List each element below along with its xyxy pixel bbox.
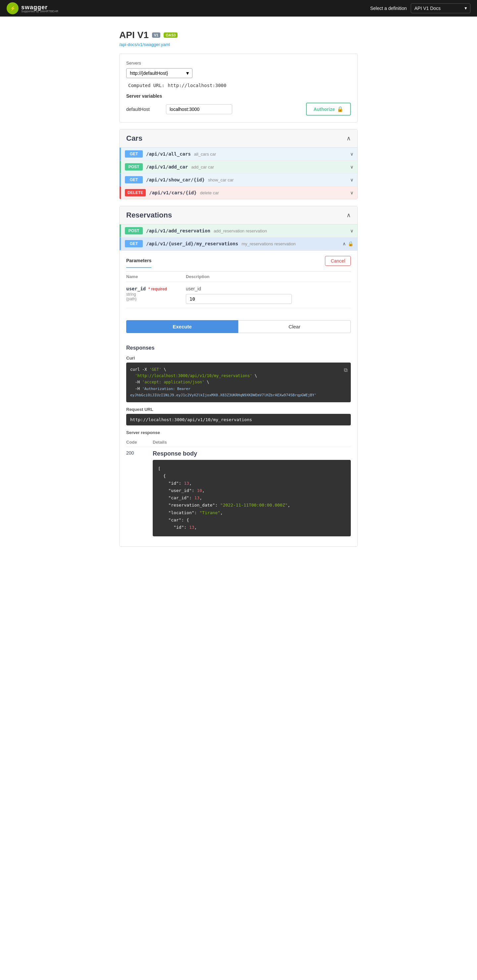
action-buttons: Execute Clear (126, 320, 351, 333)
json-user-id-key: "user_id": 10, (158, 488, 205, 493)
cars-chevron-icon: ∧ (346, 135, 351, 142)
json-location-key: "location": "Tirane", (158, 510, 223, 515)
select-definition-label: Select a definition (370, 6, 407, 11)
response-code-200: 200 (126, 450, 153, 455)
endpoint-get-all-cars[interactable]: GET /api/v1/all_cars all_cars car ∨ (120, 148, 357, 161)
computed-url-row: Computed URL: http://localhost:3000 (126, 83, 351, 88)
param-in: (path) (126, 297, 186, 301)
panel-tabs: Parameters (126, 254, 325, 268)
method-badge-post-addcar: POST (125, 163, 143, 170)
col-header-description: Description (186, 274, 351, 279)
endpoint-desc-all-cars: all_cars car (194, 152, 216, 157)
request-url-label: Request URL (126, 407, 351, 412)
endpoint-get-my-reservations[interactable]: GET /api/v1/{user_id}/my_reservations my… (120, 237, 357, 250)
endpoint-post-add-reservation[interactable]: POST /api/v1/add_reservation add_reserva… (120, 224, 357, 237)
curl-url-line: 'http://localhost:3000/api/v1/10/my_rese… (130, 374, 257, 378)
execute-button[interactable]: Execute (126, 320, 238, 333)
reservations-section: Reservations ∧ POST /api/v1/add_reservat… (119, 206, 358, 547)
reservations-section-header[interactable]: Reservations ∧ (120, 206, 357, 224)
endpoint-path-all-cars: /api/v1/all_cars (146, 151, 191, 157)
api-swagger-link[interactable]: /api-docs/v1/swagger.yaml (119, 42, 170, 47)
endpoint-chevron-delete-car: ∨ (350, 190, 353, 195)
main-content: API V1 V1 OAS3 /api-docs/v1/swagger.yaml… (109, 17, 368, 553)
server-select-wrapper[interactable]: http://{defaultHost} ▼ (126, 68, 193, 78)
response-table-header: Code Details (126, 438, 351, 447)
param-required-badge: * required (148, 287, 167, 291)
responses-title: Responses (126, 345, 351, 351)
copy-curl-icon[interactable]: ⧉ (344, 366, 348, 374)
server-var-row: defaultHost Authorize 🔒 (126, 103, 351, 116)
cars-section-title: Cars (126, 134, 142, 143)
authorize-button[interactable]: Authorize 🔒 (306, 103, 351, 116)
request-url-value: http://localhost:3000/api/v1/10/my_reser… (126, 414, 351, 425)
logo-text-block: swagger Supported by SMARTBEAR (21, 4, 58, 13)
header: ⚡ swagger Supported by SMARTBEAR Select … (0, 0, 477, 17)
endpoint-path-show-car: /api/v1/show_car/{id} (146, 177, 205, 183)
lock-icon: 🔒 (337, 106, 343, 112)
response-body-box: [ { "id": 13, "user_id": 10, "car_id": 1… (153, 460, 351, 536)
response-row-200: 200 Response body [ { "id": 13, "user_id… (126, 447, 351, 540)
json-reservation-date-key: "reservation_date": "2022-11-11T00:00:00… (158, 503, 290, 508)
clear-button[interactable]: Clear (238, 320, 351, 333)
api-title-row: API V1 V1 OAS3 (119, 30, 358, 40)
curl-header-accept: -H 'accept: application/json' \ (130, 380, 209, 384)
logo-letter: ⚡ (10, 6, 16, 11)
endpoint-chevron-show-car: ∨ (350, 177, 353, 183)
curl-header-auth: -H 'Authorization: Bearer eyJhbGciOiJIUz… (130, 387, 317, 397)
endpoint-chevron-add-car: ∨ (350, 164, 353, 170)
api-title-section: API V1 V1 OAS3 /api-docs/v1/swagger.yaml (119, 30, 358, 47)
lock-closed-icon: 🔒 (348, 241, 353, 246)
method-badge-get: GET (125, 150, 143, 158)
response-body-label: Response body (153, 450, 351, 457)
badge-oas3: OAS3 (164, 32, 177, 38)
endpoint-delete-car[interactable]: DELETE /api/v1/cars/{id} delete car ∨ (120, 186, 357, 199)
json-open-brace: { (158, 473, 166, 479)
json-car-id-nested: "id": 13, (158, 525, 197, 530)
endpoint-chevron-my-reservations: ∧ 🔒 (343, 241, 353, 246)
response-details: Response body [ { "id": 13, "user_id": 1… (153, 450, 351, 536)
logo: ⚡ swagger Supported by SMARTBEAR (6, 2, 58, 14)
param-row-user-id: user_id * required string (path) user_id (126, 282, 351, 308)
definition-select-wrapper[interactable]: API V1 Docs ▼ (411, 3, 471, 13)
param-name: user_id (126, 286, 146, 291)
responses-section: Responses Curl curl -X 'GET' \ 'http://l… (120, 338, 357, 546)
servers-section: Servers http://{defaultHost} ▼ Computed … (119, 54, 358, 123)
expanded-panel-my-reservations: Parameters Cancel Name Description user_… (120, 250, 357, 546)
resp-col-details: Details (153, 440, 351, 445)
request-url-section: Request URL http://localhost:3000/api/v1… (126, 407, 351, 425)
endpoint-path-add-reservation: /api/v1/add_reservation (146, 228, 211, 234)
method-badge-get-showcar: GET (125, 176, 143, 183)
json-id-key: "id": 13, (158, 481, 192, 486)
definition-select[interactable]: API V1 Docs (411, 3, 471, 13)
method-badge-post-reservation: POST (125, 227, 143, 234)
cancel-button[interactable]: Cancel (325, 256, 351, 266)
reservations-section-title: Reservations (126, 211, 172, 220)
endpoint-desc-add-reservation: add_reservation reservation (214, 228, 267, 234)
param-value-input[interactable] (186, 294, 292, 304)
endpoint-path-add-car: /api/v1/add_car (146, 164, 188, 170)
curl-box: curl -X 'GET' \ 'http://localhost:3000/a… (126, 363, 351, 402)
endpoint-desc-add-car: add_car car (191, 165, 214, 170)
computed-url-label: Computed URL: (128, 83, 164, 88)
authorize-label: Authorize (313, 107, 335, 112)
var-input-defaulthost[interactable] (166, 104, 232, 114)
server-vars-label: Server variables (126, 93, 351, 99)
api-title: API V1 (119, 30, 149, 40)
server-response-label: Server response (126, 430, 351, 435)
tab-parameters[interactable]: Parameters (126, 254, 152, 268)
endpoint-post-add-car[interactable]: POST /api/v1/add_car add_car car ∨ (120, 161, 357, 173)
curl-method: curl -X 'GET' \ (130, 367, 166, 372)
server-select[interactable]: http://{defaultHost} (126, 68, 193, 78)
servers-label: Servers (126, 60, 351, 65)
tab-row: Parameters Cancel (120, 251, 357, 271)
endpoint-desc-delete-car: delete car (200, 190, 219, 195)
json-car-key: "car": { (158, 517, 189, 522)
endpoint-get-show-car[interactable]: GET /api/v1/show_car/{id} show_car car ∨ (120, 173, 357, 186)
computed-url-value: http://localhost:3000 (168, 83, 226, 88)
cars-section-header[interactable]: Cars ∧ (120, 129, 357, 148)
logo-icon: ⚡ (6, 2, 19, 14)
endpoint-desc-my-reservations: my_reservations reservation (241, 241, 295, 246)
param-desc-cell: user_id (186, 286, 351, 304)
params-header: Name Description (126, 272, 351, 282)
resp-col-code: Code (126, 440, 153, 445)
